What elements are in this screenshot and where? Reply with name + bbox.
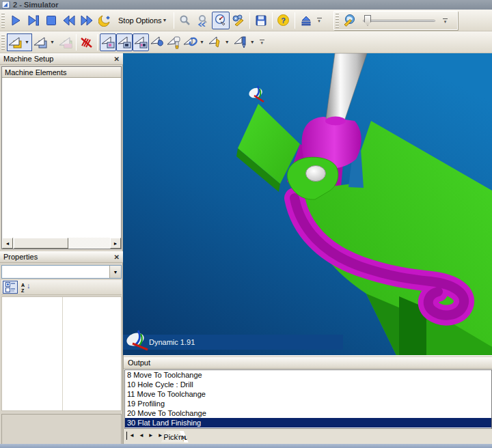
toolbar-overflow-icon[interactable]: ▾ — [259, 40, 265, 44]
main-toolbar: Stop Options ▼ ? ▾ — [0, 10, 492, 31]
separator — [174, 12, 174, 29]
list-item[interactable]: 20 Move To Toolchange — [125, 408, 491, 418]
sort-alphabetical-button[interactable]: A Z ↓ — [19, 281, 34, 294]
stock-compare-button[interactable] — [149, 33, 165, 51]
collar-lip — [325, 117, 346, 126]
chevron-down-icon: ▼ — [49, 40, 57, 44]
settings-button[interactable] — [230, 12, 247, 29]
rewind-button[interactable] — [60, 12, 78, 29]
tool-options-button[interactable]: ▼ — [207, 33, 232, 51]
play-button[interactable] — [7, 12, 25, 29]
zoom-previous-button[interactable] — [194, 12, 212, 29]
view-mode-3-button[interactable] — [133, 33, 149, 51]
properties-toolbar: A Z ↓ — [1, 280, 122, 295]
close-icon[interactable]: ✕ — [114, 55, 120, 63]
property-grid[interactable] — [1, 296, 122, 411]
horizontal-scrollbar[interactable]: ◄ ► — [2, 238, 121, 249]
machine-setup-title: Machine Setup — [3, 55, 53, 63]
output-panel-title: Output — [128, 359, 150, 367]
help-button[interactable]: ? — [275, 12, 292, 29]
holder-display-button[interactable] — [165, 33, 182, 51]
view-mode-1-button[interactable] — [100, 33, 116, 51]
list-item-selected[interactable]: 30 Flat Land Finishing — [125, 418, 491, 428]
output-panel: Output 8 Move To Toolchange 10 Hole Cycl… — [123, 355, 492, 444]
next-tab-icon[interactable]: ► — [146, 432, 156, 440]
stop-options-label: Stop Options — [118, 16, 162, 25]
scroll-right-icon[interactable]: ► — [110, 238, 121, 249]
separator — [76, 34, 77, 51]
previous-tab-icon[interactable]: ◄ — [137, 432, 146, 440]
output-tab-bar: ◄ ◄ ► ► Output Warnings Pick — [124, 429, 492, 444]
categorized-view-button[interactable] — [3, 281, 18, 294]
toolbar-overflow-icon[interactable]: ▾ — [442, 18, 448, 23]
zoom-button[interactable] — [176, 12, 194, 29]
app-icon — [2, 1, 10, 9]
first-tab-icon[interactable]: ◄ — [126, 432, 137, 440]
toolbar-overflow-icon[interactable]: ▾ — [316, 18, 323, 23]
stock-solid-button[interactable]: ▼ — [7, 33, 32, 51]
chevron-down-icon: ▼ — [224, 40, 232, 44]
drilled-hole — [306, 166, 326, 182]
close-icon[interactable]: ✕ — [114, 253, 120, 261]
titlebar: 2 - Simulator — [0, 0, 492, 10]
speed-slider[interactable] — [363, 14, 435, 27]
machine-elements-tree[interactable]: Machine Elements ◄ ► — [1, 66, 122, 249]
properties-title: Properties — [3, 253, 38, 261]
simulator-window: 2 - Simulator Stop Options ▼ — [0, 0, 492, 448]
save-button[interactable] — [252, 12, 270, 29]
separator — [97, 34, 98, 51]
machine-elements-column-header[interactable]: Machine Elements — [2, 67, 121, 78]
list-item[interactable]: 10 Hole Cycle : Drill — [125, 380, 491, 389]
toolbar-drag-handle[interactable] — [336, 13, 339, 28]
toolpath-options-button[interactable]: ▼ — [232, 33, 258, 51]
stock-off-button[interactable] — [57, 33, 74, 51]
simulation-viewport[interactable]: Dynamic 1.91 — [123, 53, 492, 355]
simulation-toolbar: ▼ ▼ ▼ — [0, 31, 492, 53]
separator — [295, 12, 295, 29]
list-item[interactable]: 8 Move To Toolchange — [125, 370, 491, 380]
machining-scene — [123, 53, 492, 355]
render-mode-label: Dynamic 1.91 — [149, 338, 195, 346]
toolbar-drag-handle[interactable] — [1, 35, 5, 50]
eject-button[interactable] — [297, 12, 315, 29]
list-item[interactable]: 19 Profiling — [125, 399, 491, 408]
left-panel: Machine Setup ✕ Machine Elements ◄ ► Pro… — [0, 53, 123, 444]
scroll-left-icon[interactable]: ◄ — [2, 238, 13, 249]
combobox-dropdown-icon[interactable]: ▼ — [109, 266, 121, 278]
chevron-down-icon: ▼ — [162, 18, 169, 23]
view-mode-2-button[interactable] — [116, 33, 133, 51]
fast-forward-button[interactable] — [78, 12, 96, 29]
separator — [249, 12, 250, 29]
output-list[interactable]: 8 Move To Toolchange 10 Hole Cycle : Dri… — [124, 369, 492, 429]
stop-options-button[interactable]: Stop Options ▼ — [113, 12, 172, 29]
toolbar-drag-handle[interactable] — [1, 13, 5, 28]
stock-wireframe-button[interactable]: ▼ — [32, 33, 57, 51]
stop-button[interactable] — [42, 12, 60, 29]
list-item[interactable]: 11 Move To Toolchange — [125, 389, 491, 399]
properties-header: Properties ✕ — [0, 251, 123, 263]
speed-toolbar: ▾ — [333, 11, 458, 30]
speed-slider-thumb[interactable] — [364, 15, 371, 26]
chevron-down-icon: ▼ — [199, 40, 206, 44]
simulation-speed-button[interactable] — [212, 12, 230, 29]
visual-options-button[interactable]: ▼ — [182, 33, 207, 51]
properties-combobox[interactable]: ▼ — [1, 265, 122, 279]
turbo-mode-icon[interactable] — [96, 12, 113, 29]
window-title: 2 - Simulator — [13, 1, 59, 9]
chevron-down-icon: ▼ — [249, 40, 257, 44]
combobox-value[interactable] — [2, 266, 109, 278]
window-bottom-edge — [0, 444, 492, 448]
remove-material-button[interactable] — [79, 33, 95, 51]
machine-setup-header: Machine Setup ✕ — [0, 53, 123, 65]
property-description-area — [1, 414, 122, 448]
tab-navigation: ◄ ◄ ► ► — [126, 432, 166, 440]
step-button[interactable] — [25, 12, 42, 29]
speed-slider-track[interactable] — [363, 20, 435, 22]
sort-az-icon: A Z ↓ — [21, 282, 32, 293]
machineworks-logo — [124, 329, 149, 351]
chevron-down-icon: ▼ — [24, 40, 31, 44]
scrollbar-thumb[interactable] — [14, 238, 68, 249]
output-panel-header: Output — [124, 357, 492, 369]
analysis-settings-button[interactable] — [341, 12, 357, 29]
separator — [272, 12, 273, 29]
